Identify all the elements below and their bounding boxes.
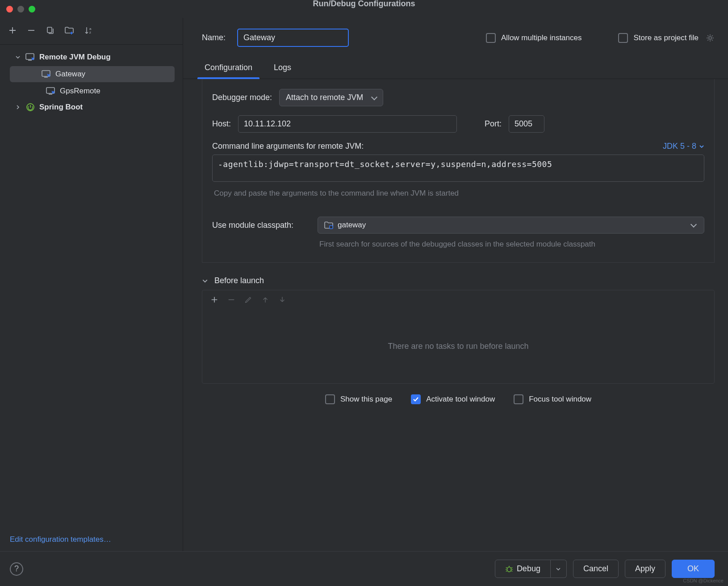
activate-tool-window-label: Activate tool window <box>426 395 495 404</box>
config-tree: Remote JVM Debug Gateway GpsRemote <box>0 45 183 528</box>
module-label: Use module classpath: <box>212 221 310 230</box>
bl-up-button <box>261 296 269 304</box>
window-close-icon[interactable] <box>6 6 13 13</box>
chevron-down-icon <box>202 278 208 284</box>
window-title: Run/Debug Configurations <box>313 0 415 8</box>
cmdline-textarea[interactable]: -agentlib:jdwp=transport=dt_socket,serve… <box>212 155 704 182</box>
options-row: Show this page Activate tool window Focu… <box>202 384 715 412</box>
bl-add-button[interactable] <box>210 296 218 304</box>
debugger-mode-value: Attach to remote JVM <box>286 93 363 102</box>
configuration-panel: Debugger mode: Attach to remote JVM Host… <box>202 79 715 263</box>
svg-point-9 <box>507 567 511 572</box>
debug-button[interactable]: Debug <box>495 560 551 578</box>
module-classpath-select[interactable]: gateway <box>318 217 704 234</box>
jdk-version-select[interactable]: JDK 5 - 8 <box>663 142 704 151</box>
host-input[interactable] <box>238 115 457 133</box>
remove-config-button[interactable] <box>27 26 36 35</box>
store-project-label: Store as project file <box>633 33 699 42</box>
tree-item-gpsremote[interactable]: GpsRemote <box>0 83 183 99</box>
tab-logs[interactable]: Logs <box>271 59 294 79</box>
tree-label: Spring Boot <box>39 103 83 112</box>
tab-configuration[interactable]: Configuration <box>202 59 255 79</box>
show-this-page-checkbox[interactable] <box>325 394 335 404</box>
bug-icon <box>505 565 513 573</box>
ok-button[interactable]: OK <box>672 560 715 578</box>
svg-text:z: z <box>89 30 91 34</box>
remote-debug-icon <box>46 86 56 96</box>
module-value: gateway <box>338 221 366 230</box>
spring-boot-icon <box>25 102 36 113</box>
bl-edit-button <box>244 296 252 304</box>
store-project-checkbox[interactable] <box>618 33 628 43</box>
svg-point-7 <box>709 37 711 39</box>
activate-tool-window-checkbox[interactable] <box>411 394 421 404</box>
chevron-right-icon <box>14 105 21 110</box>
tree-item-label: GpsRemote <box>60 87 100 96</box>
name-label: Name: <box>202 33 226 42</box>
module-icon <box>324 221 333 229</box>
apply-button[interactable]: Apply <box>625 560 665 578</box>
show-this-page-label: Show this page <box>340 395 392 404</box>
titlebar: Run/Debug Configurations <box>0 0 728 18</box>
bl-down-button <box>278 296 286 304</box>
tree-item-label: Gateway <box>55 70 85 79</box>
focus-tool-window-checkbox[interactable] <box>514 394 523 404</box>
window-maximize-icon[interactable] <box>29 6 35 13</box>
edit-templates-link[interactable]: Edit configuration templates… <box>10 535 111 544</box>
debugger-mode-label: Debugger mode: <box>212 93 272 102</box>
window-minimize-icon <box>17 6 24 13</box>
help-button[interactable]: ? <box>10 562 23 576</box>
tree-label: Remote JVM Debug <box>39 53 111 62</box>
before-launch-toolbar <box>202 290 714 309</box>
host-label: Host: <box>212 119 231 129</box>
jdk-version-value: JDK 5 - 8 <box>663 142 696 151</box>
remote-debug-icon <box>41 69 52 80</box>
svg-rect-0 <box>47 27 52 33</box>
port-label: Port: <box>485 119 502 129</box>
tree-item-gateway[interactable]: Gateway <box>10 66 175 82</box>
port-input[interactable] <box>509 115 544 133</box>
before-launch-title: Before launch <box>214 276 264 285</box>
gear-icon[interactable] <box>706 33 715 42</box>
chevron-down-icon <box>14 54 21 60</box>
tree-node-remote-jvm-debug[interactable]: Remote JVM Debug <box>0 49 183 65</box>
cmdline-label: Command line arguments for remote JVM: <box>212 142 364 151</box>
before-launch-section: Before launch <box>202 276 715 384</box>
module-hint: First search for sources of the debugged… <box>212 240 704 249</box>
before-launch-empty-text: There are no tasks to run before launch <box>202 309 714 383</box>
debug-button-group: Debug <box>495 560 567 578</box>
debug-dropdown[interactable] <box>551 560 567 578</box>
watermark: CSDN @Dickence <box>683 578 724 583</box>
cancel-button[interactable]: Cancel <box>573 560 619 578</box>
remote-debug-icon <box>25 52 36 63</box>
cmdline-hint: Copy and paste the arguments to the comm… <box>212 189 704 198</box>
sidebar-toolbar: az <box>0 18 183 45</box>
debug-label: Debug <box>517 564 540 573</box>
folder-add-button[interactable] <box>64 25 74 35</box>
copy-config-button[interactable] <box>46 26 54 35</box>
sidebar: az Remote JVM Debug Gat <box>0 18 183 551</box>
svg-rect-8 <box>330 226 333 229</box>
allow-multiple-label: Allow multiple instances <box>501 33 582 42</box>
allow-multiple-checkbox[interactable] <box>486 33 496 43</box>
dialog-footer: ? Debug Cancel Apply OK <box>0 551 728 586</box>
tabs: Configuration Logs <box>183 51 728 79</box>
bl-remove-button <box>227 296 235 304</box>
focus-tool-window-label: Focus tool window <box>529 395 591 404</box>
before-launch-toggle[interactable]: Before launch <box>202 276 715 290</box>
content-panel: Name: Allow multiple instances Store as … <box>183 18 728 551</box>
add-config-button[interactable] <box>8 26 17 35</box>
name-input[interactable] <box>237 29 349 47</box>
sort-button[interactable]: az <box>84 26 93 35</box>
debugger-mode-select[interactable]: Attach to remote JVM <box>279 89 383 106</box>
tree-node-spring-boot[interactable]: Spring Boot <box>0 99 183 115</box>
